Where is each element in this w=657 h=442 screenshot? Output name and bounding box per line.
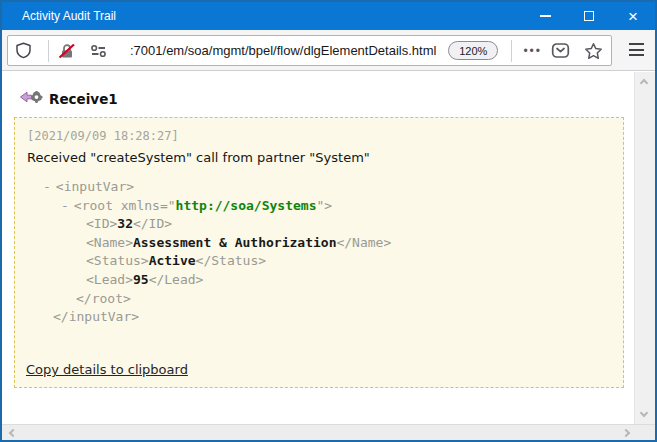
xml-line-inputvar-close: </inputVar>	[27, 308, 613, 327]
audit-details-panel: [2021/09/09 18:28:27] Received "createSy…	[14, 117, 624, 388]
pocket-icon[interactable]	[551, 42, 570, 59]
xml-line-id: <ID>32</ID>	[27, 215, 613, 234]
horizontal-scrollbar[interactable]	[2, 424, 655, 440]
collapse-toggle-icon[interactable]: -	[43, 178, 51, 197]
urlbar-separator	[511, 40, 512, 62]
xml-line-root-open: -<root xmlns="http://soa/Systems">	[27, 197, 613, 216]
xml-payload-tree: -<inputVar> -<root xmlns="http://soa/Sys…	[27, 178, 613, 327]
zoom-level-badge[interactable]: 120%	[448, 41, 498, 60]
browser-toolbar: :7001/em/soa/mgmt/bpel/flow/dlgElementDe…	[2, 30, 655, 71]
window-title: Activity Audit Trail	[22, 9, 523, 23]
minimize-button[interactable]	[523, 2, 567, 30]
activity-name: Receive1	[49, 91, 118, 107]
activity-header: Receive1	[20, 88, 118, 110]
xml-line-inputvar-open: -<inputVar>	[27, 178, 613, 197]
minimize-icon	[540, 15, 551, 17]
maximize-button[interactable]	[567, 2, 611, 30]
maximize-icon	[584, 11, 594, 21]
xml-namespace-value: http://soa/Systems	[176, 198, 317, 213]
xml-line-status: <Status>Active</Status>	[27, 252, 613, 271]
scroll-up-icon[interactable]	[640, 79, 648, 87]
receive-activity-icon	[20, 88, 43, 110]
address-bar[interactable]: :7001/em/soa/mgmt/bpel/flow/dlgElementDe…	[7, 35, 612, 66]
close-button[interactable]: ×	[611, 2, 655, 30]
tracking-protection-shield-icon[interactable]	[15, 42, 32, 59]
scroll-down-icon[interactable]	[640, 409, 648, 417]
copy-details-link[interactable]: Copy details to clipboard	[26, 362, 188, 377]
collapse-toggle-icon[interactable]: -	[61, 197, 69, 216]
xml-lead-value: 95	[133, 272, 149, 287]
menu-hamburger-icon[interactable]	[629, 43, 644, 56]
url-text[interactable]: :7001/em/soa/mgmt/bpel/flow/dlgElementDe…	[130, 43, 448, 58]
vertical-scrollbar[interactable]	[634, 72, 655, 424]
urlbar-separator	[48, 40, 49, 62]
xml-line-name: <Name>Assessment & Authorization</Name>	[27, 234, 613, 253]
page-actions-icon[interactable]: •••	[523, 44, 542, 58]
xml-status-value: Active	[149, 253, 196, 268]
scroll-left-icon[interactable]	[9, 429, 17, 437]
xml-line-lead: <Lead>95</Lead>	[27, 271, 613, 290]
xml-line-root-close: </root>	[27, 290, 613, 309]
page-content: Receive1 [2021/09/09 18:28:27] Received …	[2, 72, 655, 440]
window-titlebar: Activity Audit Trail ×	[2, 2, 655, 30]
audit-timestamp: [2021/09/09 18:28:27]	[27, 129, 613, 143]
xml-name-value: Assessment & Authorization	[133, 235, 337, 250]
scroll-right-icon[interactable]	[622, 429, 630, 437]
close-icon: ×	[628, 8, 638, 25]
xml-id-value: 32	[117, 216, 133, 231]
permissions-icon[interactable]	[90, 44, 107, 58]
insecure-lock-icon[interactable]	[58, 43, 76, 59]
popup-window: Activity Audit Trail ×	[0, 0, 657, 442]
audit-message: Received "createSystem" call from partne…	[27, 150, 613, 165]
bookmark-star-icon[interactable]	[584, 42, 603, 60]
